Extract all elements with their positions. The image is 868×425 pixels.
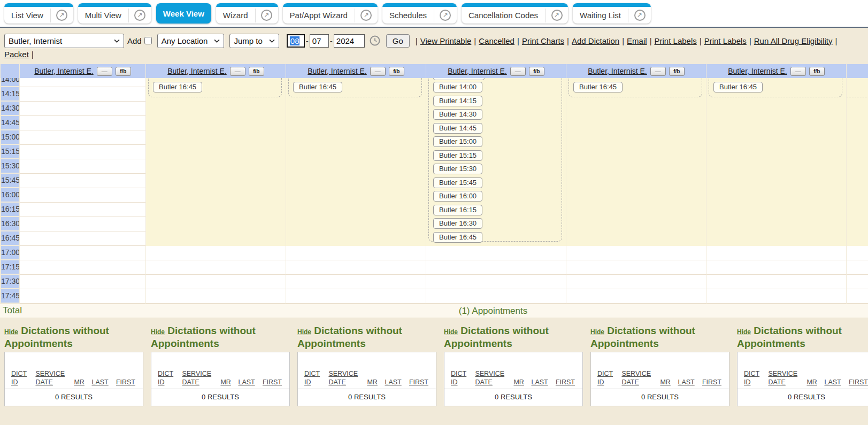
tab-cancellation-codes[interactable]: Cancellation Codes↗ [462,3,568,24]
toolbar-link-view-printable[interactable]: View Printable [420,36,472,45]
after-hours-rows[interactable] [426,246,566,304]
slot-button[interactable]: Butler 15:00 [433,136,482,147]
dictation-column-header-service-date[interactable]: SERVICE DATE [35,369,68,387]
minimize-column-button[interactable]: — [650,67,666,76]
tab-waiting-list[interactable]: Waiting List↗ [573,3,651,24]
toolbar-link-email[interactable]: Email [627,36,647,45]
dictation-column-header-first[interactable]: FIRST [849,378,868,387]
toolbar-link-add-dictation[interactable]: Add Dictation [572,36,619,45]
slot-button-clipped[interactable] [433,78,485,80]
slot-button[interactable]: Butler 16:15 [433,205,482,215]
dictation-column-header-first[interactable]: FIRST [116,378,135,387]
minimize-column-button[interactable]: — [790,67,806,76]
provider-link[interactable]: Butler, Internist E. [167,67,227,75]
provider-link[interactable]: Butler, Internist E. [728,67,787,75]
slot-button[interactable]: Butler 16:30 [433,218,482,229]
slot-button[interactable]: Butler 16:45 [573,82,623,92]
packet-link[interactable]: Packet [4,50,29,59]
after-hours-rows[interactable] [146,246,286,304]
hide-link[interactable]: Hide [444,328,458,336]
dictation-column-header-mr[interactable]: MR [220,378,233,387]
dictation-column-header-service-date[interactable]: SERVICE DATE [621,369,655,387]
dictation-column-header-service-date[interactable]: SERVICE DATE [475,369,508,387]
scheduled-area[interactable] [847,78,868,246]
scheduled-area[interactable] [566,78,706,246]
dictation-column-header-service-date[interactable]: SERVICE DATE [768,369,801,387]
frontback-button[interactable]: f/b [116,67,131,76]
external-link-icon[interactable]: ↗ [628,10,651,21]
scheduled-area[interactable] [146,78,286,246]
dictation-column-header-mr[interactable]: MR [367,378,379,387]
hide-link[interactable]: Hide [4,328,18,336]
scheduled-area[interactable] [706,78,846,246]
after-hours-rows[interactable] [286,246,426,304]
slot-button[interactable]: Butler 16:45 [153,82,202,92]
external-link-icon[interactable]: ↗ [129,10,151,21]
dictation-column-header-last[interactable]: LAST [531,378,550,387]
provider-link[interactable]: Butler, Internist E. [588,67,647,75]
dictation-column-header-first[interactable]: FIRST [556,378,575,387]
location-select[interactable]: Any Location [157,34,225,48]
date-day-input[interactable] [310,34,329,48]
external-link-icon[interactable]: ↗ [355,10,378,21]
dictation-column-header-last[interactable]: LAST [238,378,257,387]
toolbar-link-print-labels[interactable]: Print Labels [655,36,697,45]
frontback-button[interactable]: f/b [669,67,685,76]
empty-day-area[interactable] [20,78,145,304]
tab-pat-appt-wizard[interactable]: Pat/Appt Wizard↗ [283,3,378,24]
toolbar-link-print-charts[interactable]: Print Charts [522,36,564,45]
dictation-column-header-last[interactable]: LAST [385,378,403,387]
hide-link[interactable]: Hide [297,328,311,336]
after-hours-rows[interactable] [847,246,868,304]
dictation-column-header-dict-id[interactable]: DICT ID [11,369,30,387]
slot-button[interactable]: Butler 16:45 [433,232,482,243]
toolbar-link-print-labels[interactable]: Print Labels [704,36,747,45]
dictation-column-header-service-date[interactable]: SERVICE DATE [328,369,362,387]
dictation-column-header-dict-id[interactable]: DICT ID [744,369,763,387]
dictation-column-header-mr[interactable]: MR [513,378,526,387]
tab-wizard[interactable]: Wizard↗ [216,3,278,24]
minimize-column-button[interactable]: — [370,67,386,76]
frontback-button[interactable]: f/b [809,67,825,76]
dictation-column-header-dict-id[interactable]: DICT ID [597,369,616,387]
dictation-column-header-mr[interactable]: MR [660,378,672,387]
external-link-icon[interactable]: ↗ [51,10,73,21]
dictation-column-header-last[interactable]: LAST [678,378,696,387]
provider-select[interactable]: Butler, Internist [4,34,124,48]
provider-link[interactable]: Butler, Internist E. [308,67,367,75]
after-hours-rows[interactable] [566,246,706,304]
provider-link[interactable]: Butler, Internist E. [34,67,94,75]
tab-week-view[interactable]: Week View [156,3,211,24]
go-button[interactable]: Go [386,34,410,48]
hide-link[interactable]: Hide [737,328,751,336]
hide-link[interactable]: Hide [590,328,604,336]
slot-button[interactable]: Butler 14:15 [433,96,482,106]
slot-button[interactable]: Butler 16:45 [713,82,763,92]
hide-link[interactable]: Hide [151,328,165,336]
dictation-column-header-dict-id[interactable]: DICT ID [158,369,176,387]
dictation-column-header-first[interactable]: FIRST [263,378,282,387]
provider-link[interactable]: Butler, Internist E. [448,67,507,75]
frontback-button[interactable]: f/b [529,67,544,76]
add-checkbox[interactable] [144,37,152,44]
slot-button[interactable]: Butler 15:15 [433,150,482,161]
external-link-icon[interactable]: ↗ [434,10,457,21]
tab-multi-view[interactable]: Multi View↗ [78,3,151,24]
minimize-column-button[interactable]: — [230,67,245,76]
date-year-input[interactable] [334,34,365,48]
dictation-column-header-dict-id[interactable]: DICT ID [451,369,470,387]
dictation-column-header-mr[interactable]: MR [74,378,86,387]
minimize-column-button[interactable]: — [97,67,112,76]
after-hours-rows[interactable] [706,246,846,304]
scheduled-area[interactable] [286,78,426,246]
slot-button[interactable]: Butler 16:45 [293,82,342,92]
dictation-column-header-mr[interactable]: MR [806,378,819,387]
external-link-icon[interactable]: ↗ [546,10,568,21]
dictation-column-header-first[interactable]: FIRST [702,378,721,387]
tab-list-view[interactable]: List View↗ [4,3,73,24]
dictation-column-header-last[interactable]: LAST [824,378,843,387]
frontback-button[interactable]: f/b [389,67,404,76]
jump-to-select[interactable]: Jump to [229,34,279,48]
slot-button[interactable]: Butler 15:30 [433,164,482,174]
slot-button[interactable]: Butler 14:00 [433,82,482,92]
